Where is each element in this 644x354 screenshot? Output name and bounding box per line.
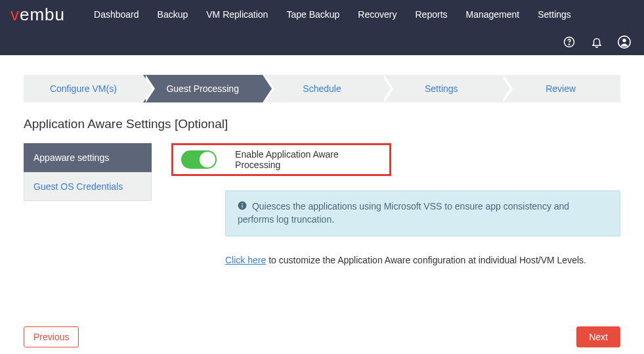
info-icon	[238, 201, 247, 214]
footer: Previous Next	[24, 326, 620, 347]
side-tab-appaware[interactable]: Appaware settings	[24, 143, 152, 172]
nav-backup[interactable]: Backup	[148, 3, 198, 26]
top-nav-row-1: vembu Dashboard Backup VM Replication Ta…	[0, 0, 644, 29]
desc-text: Click here to customize the Application …	[225, 254, 620, 267]
nav-tape-backup[interactable]: Tape Backup	[277, 3, 349, 26]
nav-items: Dashboard Backup VM Replication Tape Bac…	[85, 3, 580, 26]
svg-point-3	[622, 39, 626, 42]
svg-rect-5	[242, 204, 242, 208]
next-button[interactable]: Next	[576, 326, 620, 347]
nav-management[interactable]: Management	[457, 3, 529, 26]
step-review[interactable]: Review	[501, 75, 620, 102]
step-schedule[interactable]: Schedule	[263, 75, 382, 102]
toggle-knob	[200, 152, 215, 167]
side-tabs: Appaware settings Guest OS Credentials	[24, 143, 152, 267]
logo-first-letter: v	[11, 5, 20, 25]
click-here-link[interactable]: Click here	[225, 255, 266, 265]
logo[interactable]: vembu	[11, 5, 65, 25]
logo-rest: embu	[20, 5, 65, 25]
step-configure-vms[interactable]: Configure VM(s)	[24, 75, 143, 102]
previous-button[interactable]: Previous	[24, 326, 79, 347]
page-title: Application Aware Settings [Optional]	[24, 117, 620, 131]
top-nav: vembu Dashboard Backup VM Replication Ta…	[0, 0, 644, 55]
info-text: Quiesces the applications using Microsof…	[238, 201, 569, 225]
svg-point-6	[242, 203, 243, 204]
wizard-steps: Configure VM(s) Guest Processing Schedul…	[24, 75, 620, 102]
nav-reports[interactable]: Reports	[406, 3, 457, 26]
toggle-row-highlight: Enable Application Aware Processing	[171, 143, 391, 176]
side-tab-guest-os-credentials[interactable]: Guest OS Credentials	[24, 172, 152, 201]
nav-vm-replication[interactable]: VM Replication	[197, 3, 277, 26]
enable-appaware-toggle[interactable]	[181, 150, 217, 169]
desc-rest: to customize the Application Aware confi…	[266, 255, 586, 265]
body-wrap: Appaware settings Guest OS Credentials E…	[24, 143, 620, 267]
content-area: Enable Application Aware Processing Quie…	[171, 143, 620, 267]
svg-point-1	[569, 44, 569, 45]
step-guest-processing[interactable]: Guest Processing	[143, 75, 263, 102]
info-box: Quiesces the applications using Microsof…	[225, 190, 620, 236]
user-icon[interactable]	[618, 35, 631, 49]
step-settings[interactable]: Settings	[381, 75, 501, 102]
nav-recovery[interactable]: Recovery	[349, 3, 406, 26]
nav-settings[interactable]: Settings	[528, 3, 580, 26]
bell-icon[interactable]	[590, 35, 603, 49]
help-icon[interactable]	[563, 35, 576, 49]
toggle-label: Enable Application Aware Processing	[235, 149, 381, 170]
nav-dashboard[interactable]: Dashboard	[85, 3, 148, 26]
top-nav-row-2	[0, 29, 644, 55]
